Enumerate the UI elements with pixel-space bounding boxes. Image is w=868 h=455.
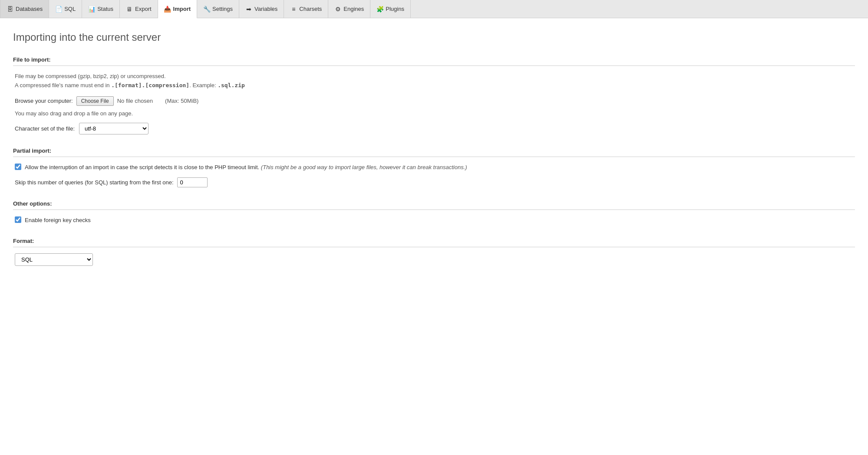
settings-icon: 🔧: [203, 6, 210, 13]
format-section: Format: SQL CSV CSV using LOAD DATA Open…: [13, 238, 855, 266]
file-description-line2: A compressed file's name must end in .[f…: [15, 81, 853, 90]
nav-plugins-label: Plugins: [386, 6, 404, 12]
other-options-body: Enable foreign key checks: [13, 216, 855, 225]
skip-queries-row: Skip this number of queries (for SQL) st…: [15, 177, 853, 187]
file-description-line2-prefix: A compressed file's name must end in: [15, 82, 111, 88]
import-icon: 📥: [164, 6, 171, 13]
other-options-header: Other options:: [13, 200, 855, 210]
format-select[interactable]: SQL CSV CSV using LOAD DATA OpenDocument…: [15, 253, 93, 266]
file-description-line1: File may be compressed (gzip, bzip2, zip…: [15, 72, 853, 81]
skip-queries-label: Skip this number of queries (for SQL) st…: [15, 179, 174, 186]
foreign-key-label: Enable foreign key checks: [25, 216, 91, 225]
file-description: File may be compressed (gzip, bzip2, zip…: [15, 72, 853, 90]
charset-row: Character set of the file: utf-8 utf-16 …: [15, 123, 853, 134]
status-icon: 📊: [88, 6, 95, 13]
nav-engines-label: Engines: [343, 6, 364, 12]
no-file-text: No file chosen: [117, 98, 153, 104]
nav-databases[interactable]: 🗄 Databases: [0, 0, 49, 18]
databases-icon: 🗄: [7, 6, 13, 13]
nav-bar: 🗄 Databases 📄 SQL 📊 Status 🖥 Export 📥 Im…: [0, 0, 868, 18]
foreign-key-checkbox-row: Enable foreign key checks: [15, 216, 853, 225]
other-options-section: Other options: Enable foreign key checks: [13, 200, 855, 225]
main-content: Importing into the current server File t…: [0, 18, 868, 455]
page-title: Importing into the current server: [13, 31, 855, 43]
partial-import-body: Allow the interruption of an import in c…: [13, 163, 855, 188]
file-to-import-section: File to import: File may be compressed (…: [13, 56, 855, 134]
nav-databases-label: Databases: [16, 6, 43, 12]
nav-charsets-label: Charsets: [299, 6, 322, 12]
skip-queries-input[interactable]: [177, 177, 208, 187]
drag-drop-text: You may also drag and drop a file on any…: [15, 110, 853, 117]
file-description-format: .[format].[compression]: [111, 82, 189, 88]
nav-plugins[interactable]: 🧩 Plugins: [370, 0, 411, 18]
interrupt-label: Allow the interruption of an import in c…: [25, 163, 467, 172]
file-to-import-header: File to import:: [13, 56, 855, 66]
file-description-example: .sql.zip: [218, 82, 245, 88]
partial-import-header: Partial import:: [13, 147, 855, 157]
file-to-import-body: File may be compressed (gzip, bzip2, zip…: [13, 72, 855, 134]
nav-settings-label: Settings: [212, 6, 233, 12]
nav-status-label: Status: [97, 6, 113, 12]
foreign-key-checkbox[interactable]: [15, 216, 21, 223]
browse-label: Browse your computer:: [15, 98, 73, 104]
plugins-icon: 🧩: [376, 6, 383, 13]
nav-variables-label: Variables: [254, 6, 277, 12]
format-body: SQL CSV CSV using LOAD DATA OpenDocument…: [13, 253, 855, 266]
nav-import-label: Import: [173, 6, 191, 12]
nav-import[interactable]: 📥 Import: [158, 0, 197, 18]
nav-settings[interactable]: 🔧 Settings: [197, 0, 239, 18]
format-header: Format:: [13, 238, 855, 247]
nav-sql-label: SQL: [64, 6, 76, 12]
interrupt-checkbox[interactable]: [15, 164, 21, 170]
partial-import-section: Partial import: Allow the interruption o…: [13, 147, 855, 188]
nav-charsets[interactable]: ≡ Charsets: [284, 0, 328, 18]
export-icon: 🖥: [126, 6, 133, 13]
nav-export[interactable]: 🖥 Export: [120, 0, 158, 18]
nav-engines[interactable]: ⚙ Engines: [328, 0, 370, 18]
browse-row: Browse your computer: Choose File No fil…: [15, 96, 853, 106]
nav-export-label: Export: [135, 6, 152, 12]
variables-icon: ➡: [245, 6, 252, 13]
charsets-icon: ≡: [290, 6, 297, 13]
file-description-mid: . Example:: [189, 82, 218, 88]
interrupt-checkbox-row: Allow the interruption of an import in c…: [15, 163, 853, 172]
choose-file-button[interactable]: Choose File: [76, 96, 114, 106]
charset-label: Character set of the file:: [15, 125, 75, 132]
sql-icon: 📄: [55, 6, 62, 13]
nav-sql[interactable]: 📄 SQL: [49, 0, 82, 18]
max-size-text: (Max: 50MiB): [165, 98, 198, 104]
nav-variables[interactable]: ➡ Variables: [239, 0, 284, 18]
engines-icon: ⚙: [334, 6, 341, 13]
charset-select[interactable]: utf-8 utf-16 latin1 ascii cp1250: [79, 123, 149, 134]
nav-status[interactable]: 📊 Status: [82, 0, 120, 18]
